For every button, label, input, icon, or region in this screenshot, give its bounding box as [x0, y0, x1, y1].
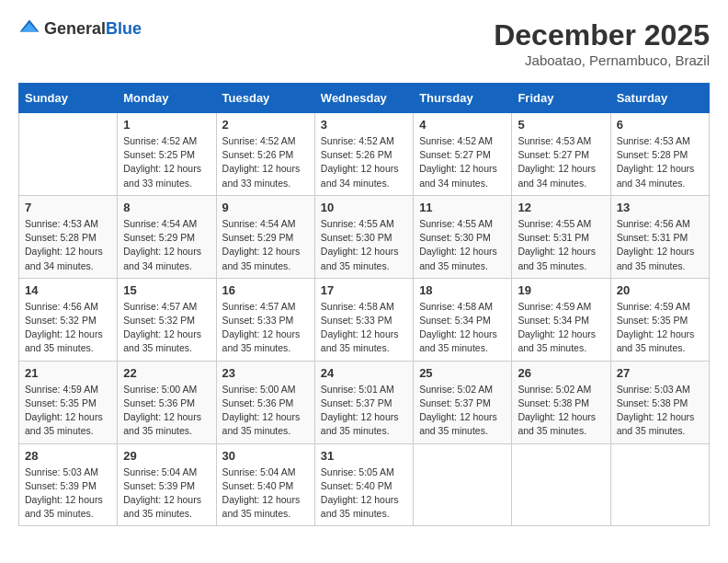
logo: GeneralBlue [18, 18, 142, 40]
day-number: 30 [222, 449, 309, 463]
calendar-cell: 17Sunrise: 4:58 AM Sunset: 5:33 PM Dayli… [314, 278, 413, 361]
calendar-cell: 28Sunrise: 5:03 AM Sunset: 5:39 PM Dayli… [19, 443, 118, 526]
cell-info: Sunrise: 5:04 AM Sunset: 5:40 PM Dayligh… [222, 465, 309, 522]
calendar-cell: 2Sunrise: 4:52 AM Sunset: 5:26 PM Daylig… [216, 113, 314, 196]
cell-info: Sunrise: 5:02 AM Sunset: 5:37 PM Dayligh… [419, 383, 506, 439]
day-number: 29 [123, 449, 210, 463]
day-number: 23 [222, 366, 309, 380]
cell-info: Sunrise: 4:53 AM Sunset: 5:28 PM Dayligh… [617, 134, 703, 190]
calendar-cell: 4Sunrise: 4:52 AM Sunset: 5:27 PM Daylig… [414, 113, 512, 196]
day-number: 26 [518, 366, 604, 380]
cell-info: Sunrise: 4:58 AM Sunset: 5:33 PM Dayligh… [321, 300, 407, 356]
day-number: 13 [617, 201, 703, 214]
day-number: 14 [25, 283, 111, 297]
calendar-week-row: 1Sunrise: 4:52 AM Sunset: 5:25 PM Daylig… [19, 113, 710, 196]
cell-info: Sunrise: 4:56 AM Sunset: 5:32 PM Dayligh… [25, 300, 111, 356]
calendar-week-row: 28Sunrise: 5:03 AM Sunset: 5:39 PM Dayli… [19, 443, 710, 526]
calendar-cell: 30Sunrise: 5:04 AM Sunset: 5:40 PM Dayli… [216, 443, 314, 526]
day-number: 19 [518, 283, 604, 297]
column-header-monday: Monday [118, 84, 216, 113]
day-number: 27 [617, 366, 703, 380]
month-year-title: December 2025 [494, 18, 710, 52]
calendar-cell: 20Sunrise: 4:59 AM Sunset: 5:35 PM Dayli… [610, 278, 709, 361]
calendar-header-row: SundayMondayTuesdayWednesdayThursdayFrid… [19, 84, 710, 113]
calendar-cell: 16Sunrise: 4:57 AM Sunset: 5:33 PM Dayli… [216, 278, 314, 361]
calendar-cell: 24Sunrise: 5:01 AM Sunset: 5:37 PM Dayli… [314, 361, 413, 443]
location-subtitle: Jaboatao, Pernambuco, Brazil [494, 52, 710, 68]
cell-info: Sunrise: 4:52 AM Sunset: 5:26 PM Dayligh… [321, 134, 407, 190]
calendar-cell: 7Sunrise: 4:53 AM Sunset: 5:28 PM Daylig… [19, 195, 118, 278]
day-number: 16 [222, 283, 309, 297]
cell-info: Sunrise: 4:56 AM Sunset: 5:31 PM Dayligh… [617, 217, 703, 273]
day-number: 20 [617, 283, 703, 297]
column-header-wednesday: Wednesday [314, 84, 413, 113]
cell-info: Sunrise: 4:54 AM Sunset: 5:29 PM Dayligh… [222, 217, 309, 273]
calendar-week-row: 21Sunrise: 4:59 AM Sunset: 5:35 PM Dayli… [19, 361, 710, 443]
day-number: 12 [518, 201, 604, 214]
calendar-cell [512, 443, 610, 526]
day-number: 17 [321, 283, 407, 297]
cell-info: Sunrise: 5:04 AM Sunset: 5:39 PM Dayligh… [123, 465, 210, 522]
calendar-cell: 1Sunrise: 4:52 AM Sunset: 5:25 PM Daylig… [118, 113, 216, 196]
calendar-cell: 3Sunrise: 4:52 AM Sunset: 5:26 PM Daylig… [314, 113, 413, 196]
calendar-cell: 31Sunrise: 5:05 AM Sunset: 5:40 PM Dayli… [314, 443, 413, 526]
day-number: 21 [25, 366, 111, 380]
cell-info: Sunrise: 4:57 AM Sunset: 5:32 PM Dayligh… [123, 300, 210, 356]
cell-info: Sunrise: 4:55 AM Sunset: 5:30 PM Dayligh… [419, 217, 506, 273]
day-number: 7 [25, 201, 111, 214]
cell-info: Sunrise: 5:02 AM Sunset: 5:38 PM Dayligh… [518, 383, 604, 439]
day-number: 6 [617, 118, 703, 132]
column-header-thursday: Thursday [414, 84, 512, 113]
column-header-tuesday: Tuesday [216, 84, 314, 113]
cell-info: Sunrise: 5:01 AM Sunset: 5:37 PM Dayligh… [321, 383, 407, 439]
column-header-friday: Friday [512, 84, 610, 113]
logo-icon [18, 18, 40, 40]
cell-info: Sunrise: 4:59 AM Sunset: 5:35 PM Dayligh… [25, 383, 111, 439]
day-number: 4 [419, 118, 506, 132]
day-number: 3 [321, 118, 407, 132]
cell-info: Sunrise: 4:59 AM Sunset: 5:34 PM Dayligh… [518, 300, 604, 356]
cell-info: Sunrise: 5:05 AM Sunset: 5:40 PM Dayligh… [321, 465, 407, 522]
day-number: 1 [123, 118, 210, 132]
day-number: 25 [419, 366, 506, 380]
day-number: 31 [321, 449, 407, 463]
cell-info: Sunrise: 5:03 AM Sunset: 5:38 PM Dayligh… [617, 383, 703, 439]
calendar-cell: 14Sunrise: 4:56 AM Sunset: 5:32 PM Dayli… [19, 278, 118, 361]
calendar-cell: 27Sunrise: 5:03 AM Sunset: 5:38 PM Dayli… [610, 361, 709, 443]
calendar-cell: 29Sunrise: 5:04 AM Sunset: 5:39 PM Dayli… [118, 443, 216, 526]
column-header-saturday: Saturday [610, 84, 709, 113]
cell-info: Sunrise: 4:58 AM Sunset: 5:34 PM Dayligh… [419, 300, 506, 356]
calendar-cell: 12Sunrise: 4:55 AM Sunset: 5:31 PM Dayli… [512, 195, 610, 278]
day-number: 28 [25, 449, 111, 463]
calendar-cell: 15Sunrise: 4:57 AM Sunset: 5:32 PM Dayli… [118, 278, 216, 361]
calendar-table: SundayMondayTuesdayWednesdayThursdayFrid… [18, 83, 710, 526]
cell-info: Sunrise: 4:55 AM Sunset: 5:31 PM Dayligh… [518, 217, 604, 273]
cell-info: Sunrise: 4:52 AM Sunset: 5:25 PM Dayligh… [123, 134, 210, 190]
cell-info: Sunrise: 4:52 AM Sunset: 5:26 PM Dayligh… [222, 134, 309, 190]
cell-info: Sunrise: 5:00 AM Sunset: 5:36 PM Dayligh… [222, 383, 309, 439]
day-number: 11 [419, 201, 506, 214]
cell-info: Sunrise: 4:59 AM Sunset: 5:35 PM Dayligh… [617, 300, 703, 356]
calendar-week-row: 7Sunrise: 4:53 AM Sunset: 5:28 PM Daylig… [19, 195, 710, 278]
day-number: 2 [222, 118, 309, 132]
day-number: 9 [222, 201, 309, 214]
cell-info: Sunrise: 4:53 AM Sunset: 5:27 PM Dayligh… [518, 134, 604, 190]
cell-info: Sunrise: 5:00 AM Sunset: 5:36 PM Dayligh… [123, 383, 210, 439]
calendar-cell: 10Sunrise: 4:55 AM Sunset: 5:30 PM Dayli… [314, 195, 413, 278]
day-number: 24 [321, 366, 407, 380]
day-number: 5 [518, 118, 604, 132]
day-number: 22 [123, 366, 210, 380]
title-section: December 2025 Jaboatao, Pernambuco, Braz… [494, 18, 710, 68]
calendar-cell: 23Sunrise: 5:00 AM Sunset: 5:36 PM Dayli… [216, 361, 314, 443]
logo-general: General [44, 19, 106, 38]
column-header-sunday: Sunday [19, 84, 118, 113]
cell-info: Sunrise: 4:54 AM Sunset: 5:29 PM Dayligh… [123, 217, 210, 273]
cell-info: Sunrise: 5:03 AM Sunset: 5:39 PM Dayligh… [25, 465, 111, 522]
cell-info: Sunrise: 4:57 AM Sunset: 5:33 PM Dayligh… [222, 300, 309, 356]
calendar-cell [610, 443, 709, 526]
page-header: GeneralBlue December 2025 Jaboatao, Pern… [18, 18, 710, 68]
calendar-cell: 22Sunrise: 5:00 AM Sunset: 5:36 PM Dayli… [118, 361, 216, 443]
calendar-cell [19, 113, 118, 196]
calendar-cell: 5Sunrise: 4:53 AM Sunset: 5:27 PM Daylig… [512, 113, 610, 196]
calendar-cell: 11Sunrise: 4:55 AM Sunset: 5:30 PM Dayli… [414, 195, 512, 278]
